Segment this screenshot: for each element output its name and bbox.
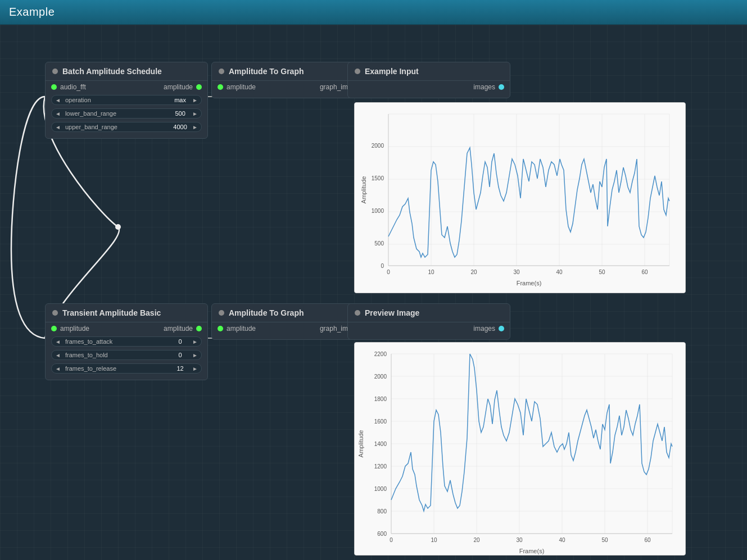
frames-attack-value: 0 xyxy=(170,338,190,345)
svg-text:60: 60 xyxy=(644,537,651,543)
example-input-port-out: images xyxy=(473,83,504,91)
atg1-port-in: amplitude xyxy=(218,83,256,91)
frames-hold-name: frames_to_hold xyxy=(63,352,168,358)
lower-band-name: lower_band_range xyxy=(63,110,168,117)
amplitude-out-label: amplitude xyxy=(164,83,193,91)
frames-hold-value: 0 xyxy=(170,352,190,358)
frames-attack-row: ◄ frames_to_attack 0 ► xyxy=(46,335,207,348)
upper-band-right-arrow[interactable]: ► xyxy=(192,124,198,130)
svg-text:800: 800 xyxy=(377,508,387,515)
svg-text:0: 0 xyxy=(390,537,393,543)
operation-name: operation xyxy=(63,97,168,103)
svg-text:60: 60 xyxy=(641,269,648,275)
preview-images-label: images xyxy=(473,325,495,333)
upper-band-param-row: ◄ upper_band_range 4000 ► xyxy=(46,120,207,134)
svg-text:2000: 2000 xyxy=(372,143,384,149)
frames-hold-row: ◄ frames_to_hold 0 ► xyxy=(46,348,207,362)
batch-amplitude-header: Batch Amplitude Schedule xyxy=(46,62,207,81)
transient-title: Transient Amplitude Basic xyxy=(62,308,161,317)
frames-release-control[interactable]: ◄ frames_to_release 12 ► xyxy=(51,363,202,374)
operation-left-arrow[interactable]: ◄ xyxy=(55,97,61,103)
example-input-title: Example Input xyxy=(365,67,419,76)
transient-amplitude-out-label: amplitude xyxy=(164,325,193,333)
audio-fft-port[interactable] xyxy=(51,84,57,90)
batch-amplitude-port-row: audio_fft amplitude xyxy=(46,81,207,93)
upper-band-control[interactable]: ◄ upper_band_range 4000 ► xyxy=(51,122,202,132)
preview-image-node: Preview Image images xyxy=(347,303,510,340)
chart-2-svg: 600 800 1000 1200 1400 1600 1800 2000 22… xyxy=(355,343,686,556)
svg-text:1000: 1000 xyxy=(372,208,384,214)
upper-band-left-arrow[interactable]: ◄ xyxy=(55,124,61,130)
frames-attack-control[interactable]: ◄ frames_to_attack 0 ► xyxy=(51,336,202,347)
svg-text:1200: 1200 xyxy=(374,463,387,470)
preview-images-port[interactable] xyxy=(499,326,504,331)
atg2-title: Amplitude To Graph xyxy=(229,308,304,317)
frames-hold-right[interactable]: ► xyxy=(192,352,198,358)
batch-amplitude-title: Batch Amplitude Schedule xyxy=(62,67,162,76)
frames-release-name: frames_to_release xyxy=(63,365,168,372)
atg2-amplitude-in-port[interactable] xyxy=(218,326,223,331)
svg-text:Frame(s): Frame(s) xyxy=(517,280,542,286)
example-input-images-label: images xyxy=(473,83,495,91)
frames-hold-left[interactable]: ◄ xyxy=(55,352,61,358)
example-input-status xyxy=(355,69,360,74)
batch-amplitude-status xyxy=(52,69,58,74)
atg1-title: Amplitude To Graph xyxy=(229,67,304,76)
canvas-area: Batch Amplitude Schedule audio_fft ampli… xyxy=(0,25,747,560)
operation-right-arrow[interactable]: ► xyxy=(192,97,198,103)
operation-value: max xyxy=(170,97,190,103)
transient-amplitude-node: Transient Amplitude Basic amplitude ampl… xyxy=(45,303,208,380)
transient-amplitude-in-label: amplitude xyxy=(60,325,89,333)
svg-text:20: 20 xyxy=(470,269,477,275)
svg-text:1500: 1500 xyxy=(372,175,384,181)
svg-rect-31 xyxy=(355,343,686,556)
frames-release-right[interactable]: ► xyxy=(192,366,198,372)
atg1-amplitude-in-label: amplitude xyxy=(227,83,256,91)
graph-2-container: 600 800 1000 1200 1400 1600 1800 2000 22… xyxy=(354,342,686,556)
lower-band-control[interactable]: ◄ lower_band_range 500 ► xyxy=(51,108,202,119)
transient-amplitude-in-port[interactable] xyxy=(51,326,57,331)
svg-text:40: 40 xyxy=(556,269,563,275)
operation-control[interactable]: ◄ operation max ► xyxy=(51,95,202,105)
frames-attack-left[interactable]: ◄ xyxy=(55,339,61,345)
svg-text:Amplitude: Amplitude xyxy=(357,430,364,458)
lower-band-param-row: ◄ lower_band_range 500 ► xyxy=(46,107,207,120)
svg-text:30: 30 xyxy=(513,269,520,275)
frames-release-left[interactable]: ◄ xyxy=(55,366,61,372)
transient-status xyxy=(52,310,58,316)
example-input-images-port[interactable] xyxy=(499,84,504,90)
frames-attack-name: frames_to_attack xyxy=(63,338,168,345)
svg-text:50: 50 xyxy=(599,269,605,275)
upper-band-name: upper_band_range xyxy=(63,124,168,130)
lower-band-right-arrow[interactable]: ► xyxy=(192,111,198,117)
svg-text:1800: 1800 xyxy=(374,396,387,402)
svg-text:10: 10 xyxy=(428,269,434,275)
frames-release-value: 12 xyxy=(170,365,190,372)
transient-amplitude-out-port[interactable] xyxy=(196,326,202,331)
atg1-amplitude-in-port[interactable] xyxy=(218,84,223,90)
audio-fft-label: audio_fft xyxy=(60,83,86,91)
atg2-amplitude-in-label: amplitude xyxy=(227,325,256,333)
svg-text:Amplitude: Amplitude xyxy=(360,176,367,204)
svg-text:40: 40 xyxy=(559,537,565,543)
svg-text:500: 500 xyxy=(374,240,384,247)
frames-release-row: ◄ frames_to_release 12 ► xyxy=(46,362,207,375)
graph-1-container: 0 500 1000 1500 2000 0 10 20 30 40 50 60… xyxy=(354,102,686,293)
operation-param-row: ◄ operation max ► xyxy=(46,93,207,107)
svg-text:600: 600 xyxy=(377,531,387,537)
port-out-group: amplitude xyxy=(164,83,202,91)
svg-text:0: 0 xyxy=(387,269,390,275)
lower-band-left-arrow[interactable]: ◄ xyxy=(55,111,61,117)
svg-point-0 xyxy=(115,224,121,230)
preview-image-port-row: images xyxy=(348,322,510,335)
svg-text:Frame(s): Frame(s) xyxy=(519,548,545,554)
svg-text:10: 10 xyxy=(431,537,437,543)
frames-attack-right[interactable]: ► xyxy=(192,339,198,345)
svg-text:20: 20 xyxy=(473,537,480,543)
atg2-status xyxy=(219,310,224,316)
transient-port-row: amplitude amplitude xyxy=(46,322,207,335)
frames-hold-control[interactable]: ◄ frames_to_hold 0 ► xyxy=(51,350,202,360)
example-input-node: Example Input images xyxy=(347,62,510,98)
amplitude-out-port[interactable] xyxy=(196,84,202,90)
transient-header: Transient Amplitude Basic xyxy=(46,304,207,322)
